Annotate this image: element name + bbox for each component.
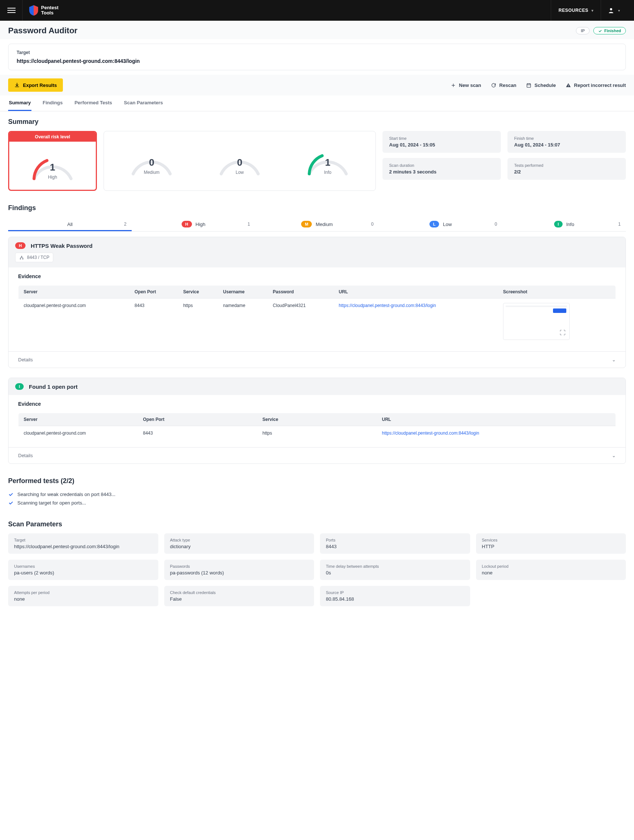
actions-row: Export Results New scan Rescan Schedule …	[0, 75, 634, 95]
th-shot: Screenshot	[498, 286, 615, 298]
logo[interactable]: PentestTools	[29, 5, 58, 16]
details-toggle-2[interactable]: Details ⌄	[8, 447, 626, 463]
info-count: 1	[304, 157, 352, 168]
rescan-label: Rescan	[500, 82, 516, 88]
low-cnt: 0	[495, 221, 497, 227]
params-heading: Scan Parameters	[8, 520, 626, 528]
tests-key: Tests performed	[514, 163, 619, 167]
finding-card-2: I Found 1 open port Evidence Server Open…	[8, 377, 626, 464]
page-title: Password Auditor	[8, 26, 77, 36]
target-label: Target	[17, 50, 617, 55]
chevron-down-icon: ⌄	[612, 357, 616, 363]
tab-params[interactable]: Scan Parameters	[123, 95, 164, 111]
param-k: Services	[482, 538, 620, 542]
param-target: Targethttps://cloudpanel.pentest-ground.…	[8, 534, 158, 554]
info-cnt: 1	[618, 221, 621, 227]
ip-badge: IP	[576, 27, 589, 35]
chevron-down-icon: ⌄	[612, 453, 616, 458]
findings-tab-low[interactable]: LLow 0	[379, 217, 502, 231]
param-v: HTTP	[482, 544, 620, 549]
actions-right: New scan Rescan Schedule Report incorrec…	[451, 82, 626, 88]
td-url-link[interactable]: https://cloudpanel.pentest-ground.com:84…	[339, 303, 436, 308]
warning-icon	[566, 82, 571, 88]
evidence-label-1: Evidence	[8, 267, 626, 281]
status-label: Finished	[604, 28, 621, 33]
findings-tab-all[interactable]: All 2	[8, 217, 132, 231]
th-pass: Password	[268, 286, 334, 298]
resources-menu[interactable]: RESOURCES ▾	[551, 0, 601, 21]
finding-header-1: H HTTPS Weak Password 8443 / TCP	[8, 237, 626, 267]
param-usernames: Usernamespa-users (2 words)	[8, 560, 158, 580]
findings-tab-medium[interactable]: MMedium 0	[255, 217, 379, 231]
test-item: Scanning target for open ports...	[8, 499, 626, 507]
summary-heading: Summary	[8, 118, 626, 126]
param-v: 0s	[326, 570, 464, 576]
findings-tab-high[interactable]: HHigh 1	[132, 217, 255, 231]
gauge-high: 1High	[28, 149, 77, 182]
export-button[interactable]: Export Results	[8, 78, 63, 92]
details-label-1: Details	[18, 357, 33, 363]
start-time-box: Start time Aug 01, 2024 - 15:05	[383, 131, 501, 153]
finding-card-1: H HTTPS Weak Password 8443 / TCP Evidenc…	[8, 237, 626, 368]
performed-section: Performed tests (2/2) Searching for weak…	[0, 471, 634, 514]
param-delay: Time delay between attempts0s	[320, 560, 470, 580]
rescan-button[interactable]: Rescan	[491, 82, 516, 88]
th-port: Open Port	[130, 286, 178, 298]
logo-text-1: Pentest	[41, 5, 58, 10]
param-k: Attack type	[170, 538, 308, 542]
td-user: namedame	[218, 298, 267, 345]
param-k: Attempts per period	[14, 591, 152, 595]
test-item: Searching for weak credentials on port 8…	[8, 490, 626, 499]
new-scan-button[interactable]: New scan	[451, 82, 481, 88]
expand-icon[interactable]: ⛶	[558, 328, 567, 337]
target-url: https://cloudpanel.pentest-ground.com:84…	[17, 58, 617, 64]
user-icon	[608, 7, 614, 14]
start-val: Aug 01, 2024 - 15:05	[389, 142, 494, 148]
tests-val: 2/2	[514, 169, 619, 175]
risk-card: Overall risk level 1High	[8, 131, 97, 191]
finish-val: Aug 01, 2024 - 15:07	[514, 142, 619, 148]
schedule-button[interactable]: Schedule	[526, 82, 556, 88]
tab-performed[interactable]: Performed Tests	[74, 95, 113, 111]
risk-label: Overall risk level	[9, 132, 96, 142]
all-label: All	[67, 221, 73, 227]
details-toggle-1[interactable]: Details ⌄	[8, 351, 626, 368]
severity-badge-info: I	[15, 383, 24, 390]
refresh-icon	[491, 82, 496, 88]
param-attack: Attack typedictionary	[164, 534, 315, 554]
high-cnt: 1	[247, 221, 250, 227]
gauge-low: 0Low	[216, 144, 264, 178]
params-grid: Targethttps://cloudpanel.pentest-ground.…	[8, 534, 626, 606]
screenshot-thumbnail[interactable]: ⛶	[503, 303, 570, 340]
tests-box: Tests performed 2/2	[508, 158, 626, 180]
tab-findings[interactable]: Findings	[42, 95, 63, 111]
schedule-label: Schedule	[534, 82, 556, 88]
td-server: cloudpanel.pentest-ground.com	[19, 298, 130, 345]
severity-badge-high: H	[15, 242, 25, 249]
td2-url-link[interactable]: https://cloudpanel.pentest-ground.com:84…	[382, 431, 479, 436]
finding-2-title: Found 1 open port	[29, 384, 77, 390]
param-ports: Ports8443	[320, 534, 470, 554]
topbar-left: PentestTools	[7, 0, 58, 21]
findings-tab-info[interactable]: IInfo 1	[502, 217, 626, 231]
th2-service: Service	[258, 413, 377, 426]
test-1-label: Searching for weak credentials on port 8…	[17, 491, 115, 497]
h-badge: H	[182, 221, 192, 227]
low-label: Low	[216, 170, 264, 175]
tab-summary[interactable]: Summary	[8, 95, 32, 111]
svg-point-0	[610, 8, 612, 10]
report-button[interactable]: Report incorrect result	[566, 82, 626, 88]
param-k: Usernames	[14, 564, 152, 568]
param-k: Ports	[326, 538, 464, 542]
meta-col-2: Finish time Aug 01, 2024 - 15:07 Tests p…	[508, 131, 626, 191]
findings-section: Findings All 2 HHigh 1 MMedium 0 LLow 0 …	[0, 197, 634, 471]
finish-time-box: Finish time Aug 01, 2024 - 15:07	[508, 131, 626, 153]
th-server: Server	[19, 286, 130, 298]
param-k: Passwords	[170, 564, 308, 568]
topbar-right: RESOURCES ▾ ▾	[551, 0, 627, 21]
high-label: High	[196, 221, 206, 227]
user-menu[interactable]: ▾	[601, 0, 627, 21]
hamburger-menu-icon[interactable]	[7, 6, 16, 14]
findings-tabs: All 2 HHigh 1 MMedium 0 LLow 0 IInfo 1	[8, 217, 626, 232]
svg-point-5	[22, 258, 23, 259]
